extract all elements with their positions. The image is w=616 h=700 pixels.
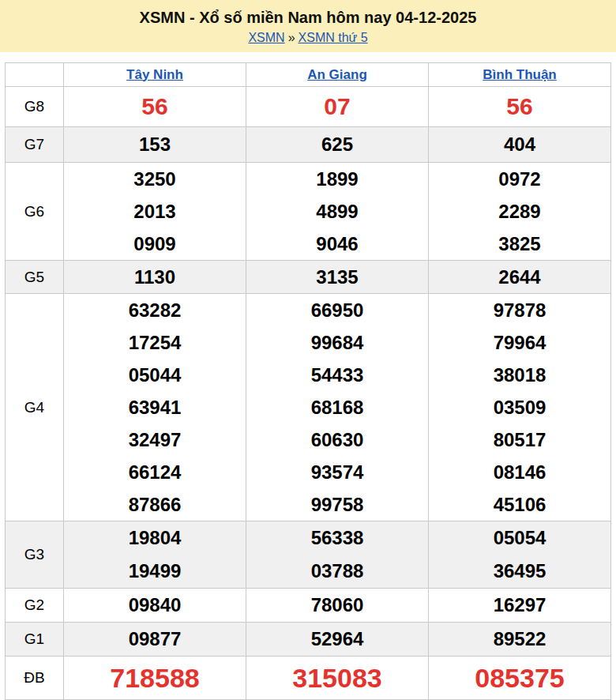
prize-number: 07 <box>246 87 428 126</box>
breadcrumb-link-xsmn[interactable]: XSMN <box>248 31 284 44</box>
prize-number: 08146 <box>429 456 610 488</box>
prize-number: 80517 <box>429 423 610 456</box>
prize-number: 1899 <box>246 163 428 195</box>
prize-number: 36495 <box>429 555 610 588</box>
prize-number: 315083 <box>246 657 428 699</box>
province-header-tay-ninh: Tây Ninh <box>64 63 246 87</box>
prize-number: 05044 <box>64 359 246 391</box>
prize-cell-g7-an-giang: 625 <box>246 127 429 163</box>
prize-number: 38018 <box>429 359 610 391</box>
prize-number: 9046 <box>246 228 428 260</box>
prize-number: 99758 <box>246 488 428 521</box>
prize-cell-g8-tay-ninh: 56 <box>64 87 246 127</box>
prize-number: 03509 <box>429 391 610 423</box>
prize-number: 63941 <box>64 391 246 423</box>
page: XSMN - Xổ số miền Nam hôm nay 04-12-2025… <box>0 0 616 700</box>
prize-number: 68168 <box>246 391 428 423</box>
prize-number: 03788 <box>246 555 428 588</box>
prize-cell-db-tay-ninh: 718588 <box>64 657 246 700</box>
prize-number: 3825 <box>429 228 610 260</box>
prize-cell-g2-tay-ninh: 09840 <box>64 589 246 623</box>
prize-number: 56 <box>429 87 610 126</box>
prize-row-g8: G8560756 <box>6 87 611 127</box>
lottery-results-table: Tây NinhAn GiangBình Thuận G8560756G7153… <box>5 62 611 700</box>
prize-number: 99684 <box>246 326 428 359</box>
prize-number: 56 <box>64 87 246 126</box>
prize-number: 66950 <box>246 294 428 326</box>
province-header-an-giang: An Giang <box>246 63 429 87</box>
prize-number: 45106 <box>429 488 610 521</box>
prize-label-g4: G4 <box>6 294 64 521</box>
province-link-tay-ninh[interactable]: Tây Ninh <box>126 67 183 82</box>
prize-number: 93574 <box>246 456 428 488</box>
prize-number: 97878 <box>429 294 610 326</box>
breadcrumb-link-xsmn-thu-5[interactable]: XSMN thứ 5 <box>299 31 368 44</box>
prize-cell-g5-tay-ninh: 1130 <box>64 261 246 294</box>
prize-row-g2: G2098407806016297 <box>6 589 611 623</box>
prize-number: 60630 <box>246 423 428 456</box>
prize-number: 4899 <box>246 195 428 228</box>
prize-cell-g2-an-giang: 78060 <box>246 589 429 623</box>
prize-cell-g8-binh-thuan: 56 <box>429 87 611 127</box>
prize-number: 78060 <box>246 589 428 622</box>
prize-cell-g2-binh-thuan: 16297 <box>429 589 611 623</box>
prize-number: 404 <box>429 127 610 162</box>
prize-cell-g7-binh-thuan: 404 <box>429 127 611 163</box>
prize-number: 3250 <box>64 163 246 195</box>
page-header: XSMN - Xổ số miền Nam hôm nay 04-12-2025… <box>0 0 616 52</box>
breadcrumb: XSMN»XSMN thứ 5 <box>0 31 616 45</box>
prize-cell-g6-an-giang: 189948999046 <box>246 163 429 261</box>
prize-cell-g4-an-giang: 66950996845443368168606309357499758 <box>246 294 429 521</box>
province-link-binh-thuan[interactable]: Bình Thuận <box>483 67 556 82</box>
prize-label-g8: G8 <box>6 87 64 127</box>
prize-number: 0972 <box>429 163 610 195</box>
prize-label-g2: G2 <box>6 589 64 623</box>
prize-number: 0909 <box>64 228 246 260</box>
province-header-binh-thuan: Bình Thuận <box>429 63 611 87</box>
prize-number: 16297 <box>429 589 610 622</box>
prize-number: 79964 <box>429 326 610 359</box>
prize-cell-g4-binh-thuan: 97878799643801803509805170814645106 <box>429 294 611 521</box>
prize-number: 2289 <box>429 195 610 228</box>
prize-number: 63282 <box>64 294 246 326</box>
prize-cell-g1-tay-ninh: 09877 <box>64 623 246 657</box>
prize-cell-g7-tay-ninh: 153 <box>64 127 246 163</box>
prize-cell-g1-binh-thuan: 89522 <box>429 623 611 657</box>
prize-number: 54433 <box>246 359 428 391</box>
province-link-an-giang[interactable]: An Giang <box>307 67 367 82</box>
page-title: XSMN - Xổ số miền Nam hôm nay 04-12-2025 <box>0 9 616 27</box>
prize-number: 2013 <box>64 195 246 228</box>
prize-number: 085375 <box>429 657 610 699</box>
prize-number: 66124 <box>64 456 246 488</box>
prize-label-g6: G6 <box>6 163 64 261</box>
prize-label-g7: G7 <box>6 127 64 163</box>
prize-number: 19499 <box>64 555 246 588</box>
prize-number: 05054 <box>429 521 610 555</box>
prize-row-db: ĐB718588315083085375 <box>6 657 611 700</box>
prize-cell-g3-binh-thuan: 0505436495 <box>429 521 611 589</box>
prize-row-g7: G7153625404 <box>6 127 611 163</box>
prize-number: 625 <box>246 127 428 162</box>
prize-row-g5: G5113031352644 <box>6 261 611 294</box>
prize-number: 153 <box>64 127 246 162</box>
prize-number: 32497 <box>64 423 246 456</box>
prize-label-g5: G5 <box>6 261 64 294</box>
prize-cell-g6-binh-thuan: 097222893825 <box>429 163 611 261</box>
prize-number: 52964 <box>246 623 428 656</box>
prize-cell-g5-an-giang: 3135 <box>246 261 429 294</box>
prize-cell-g3-tay-ninh: 1980419499 <box>64 521 246 589</box>
prize-cell-g1-an-giang: 52964 <box>246 623 429 657</box>
prize-number: 09840 <box>64 589 246 622</box>
prize-row-g3: G3198041949956338037880505436495 <box>6 521 611 589</box>
province-header-row: Tây NinhAn GiangBình Thuận <box>6 63 611 87</box>
prize-cell-g3-an-giang: 5633803788 <box>246 521 429 589</box>
prize-row-g4: G463282172540504463941324976612487866669… <box>6 294 611 521</box>
prize-number: 3135 <box>246 261 428 293</box>
prize-number: 89522 <box>429 623 610 656</box>
prize-number: 19804 <box>64 521 246 555</box>
prize-row-g6: G6325020130909189948999046097222893825 <box>6 163 611 261</box>
prize-label-g1: G1 <box>6 623 64 657</box>
prize-number: 2644 <box>429 261 610 293</box>
prize-cell-g5-binh-thuan: 2644 <box>429 261 611 294</box>
breadcrumb-separator: » <box>288 31 295 44</box>
